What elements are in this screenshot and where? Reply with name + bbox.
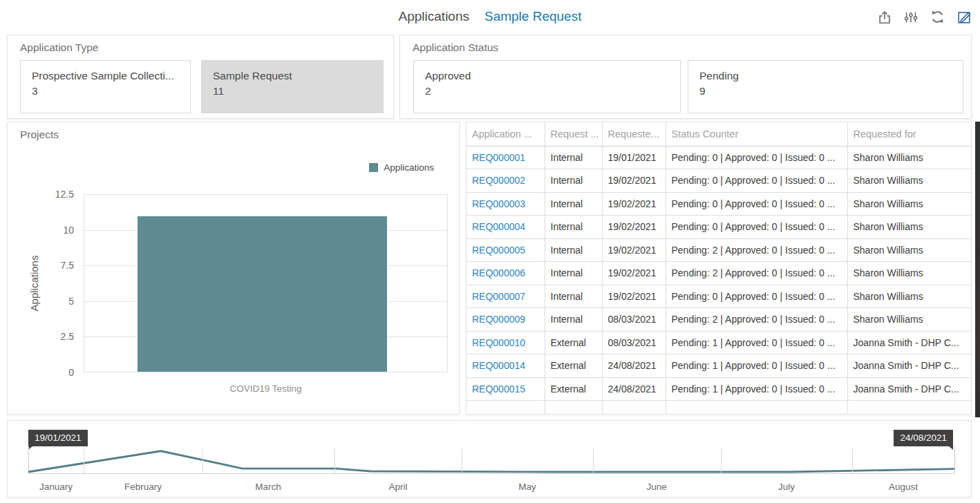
table-cell: Pending: 1 | Approved: 0 | Issued: 0 ... [666, 354, 847, 378]
table-filler-row [467, 401, 972, 415]
tile-label: Pending [699, 70, 952, 82]
timeline-sparkline [28, 443, 954, 473]
y-axis-tick-label: 5 [68, 296, 74, 307]
table-cell: Sharon Williams [847, 216, 972, 239]
table-cell: REQ000006 [467, 262, 545, 285]
application-id-link[interactable]: REQ000010 [472, 337, 525, 348]
timeline-track[interactable] [28, 443, 954, 474]
y-axis-tick-label: 10 [63, 225, 74, 236]
table-cell: Joanna Smith - DHP C... [847, 377, 972, 401]
projects-chart-card: Projects Applications Applications 12.51… [7, 122, 460, 415]
right-edge-scrollbar[interactable] [975, 122, 980, 417]
x-axis-category-label: COVID19 Testing [84, 383, 448, 394]
range-end-handle[interactable] [954, 446, 955, 473]
column-header[interactable]: Status Counter [666, 122, 847, 146]
application-status-tiles: Approved 2 Pending 9 [413, 60, 963, 113]
application-id-link[interactable]: REQ000001 [472, 152, 525, 163]
column-header[interactable]: Application ... [467, 122, 545, 146]
application-id-link[interactable]: REQ000014 [472, 360, 525, 371]
y-axis-tick-label: 0 [68, 367, 74, 378]
table-cell: Joanna Smith - DHP C... [847, 354, 972, 378]
month-label: January [39, 482, 73, 492]
dashboard: Applications Sample Request [0, 0, 980, 503]
export-icon[interactable] [877, 10, 892, 25]
filter-icon[interactable] [903, 10, 918, 25]
card-title: Projects [20, 129, 59, 141]
table-row: REQ000009Internal08/03/2021Pending: 2 | … [467, 308, 972, 332]
table-cell: REQ000002 [467, 169, 545, 193]
table-cell: Internal [545, 238, 602, 262]
month-label: April [389, 482, 408, 492]
refresh-icon[interactable] [930, 9, 945, 25]
tile-approved[interactable]: Approved 2 [413, 60, 681, 113]
application-id-link[interactable]: REQ000004 [472, 221, 525, 232]
table-cell: REQ000015 [467, 377, 545, 401]
application-status-card: Application Status Approved 2 Pending 9 [399, 35, 972, 119]
tile-label: Approved [425, 70, 669, 82]
card-title: Application Type [20, 41, 98, 54]
tile-count: 11 [213, 85, 372, 97]
table-cell: 19/02/2021 [602, 216, 666, 239]
bar-covid19-testing[interactable] [138, 216, 388, 372]
page-header: Applications Sample Request [0, 0, 980, 33]
month-label: May [518, 482, 536, 492]
table-row: REQ000006Internal19/02/2021Pending: 2 | … [467, 262, 972, 285]
column-header[interactable]: Requeste... [602, 122, 666, 146]
application-id-link[interactable]: REQ000015 [472, 383, 525, 395]
table-cell: Internal [545, 285, 602, 308]
table-row: REQ000005Internal19/02/2021Pending: 2 | … [467, 238, 972, 262]
month-label: February [124, 482, 162, 492]
column-header[interactable]: Requested for [847, 122, 972, 146]
card-title: Application Status [413, 41, 498, 54]
table-cell: Internal [545, 192, 602, 216]
table-cell: Joanna Smith - DHP C... [847, 331, 972, 354]
application-id-link[interactable]: REQ000002 [472, 175, 525, 186]
applications-table-card: Application ...Request ...Requeste...Sta… [466, 122, 972, 415]
tab-sample-request[interactable]: Sample Request [484, 9, 581, 24]
table-cell: Sharon Williams [847, 285, 972, 308]
table-cell: Pending: 1 | Approved: 0 | Issued: 0 ... [666, 331, 847, 354]
timeline-months: JanuaryFebruaryMarchAprilMayJuneJulyAugu… [28, 482, 954, 494]
table-cell: Sharon Williams [847, 146, 972, 169]
timeline-line [28, 451, 954, 472]
table-row: REQ000004Internal19/02/2021Pending: 0 | … [467, 216, 972, 239]
bar-chart-plot [84, 194, 448, 372]
table-row: REQ000014External24/08/2021Pending: 1 | … [467, 354, 972, 378]
application-id-link[interactable]: REQ000005 [472, 245, 525, 256]
table-cell: 19/02/2021 [602, 169, 666, 193]
table-cell: Pending: 0 | Approved: 0 | Issued: 0 ... [666, 146, 847, 169]
table-cell: Sharon Williams [847, 238, 972, 262]
table-cell: Internal [545, 216, 602, 239]
legend-swatch [369, 163, 378, 172]
edit-icon[interactable] [957, 10, 972, 25]
y-axis-title: Applications [28, 256, 40, 312]
tile-count: 3 [32, 85, 179, 97]
legend-item-applications[interactable]: Applications [369, 162, 434, 173]
table-cell: 19/02/2021 [602, 238, 666, 262]
table-cell: 19/01/2021 [602, 146, 666, 169]
table-cell: REQ000005 [467, 238, 545, 262]
month-tick [334, 448, 335, 473]
table-row: REQ000001Internal19/01/2021Pending: 0 | … [467, 146, 972, 169]
column-header[interactable]: Request ... [545, 122, 602, 146]
y-axis-tick-label: 2.5 [61, 331, 74, 342]
month-label: July [778, 482, 795, 492]
month-tick [462, 448, 462, 473]
table-cell: External [545, 331, 602, 354]
tile-prospective-sample-collection[interactable]: Prospective Sample Collecti... 3 [20, 60, 191, 113]
tile-sample-request[interactable]: Sample Request 11 [201, 60, 384, 113]
tile-count: 2 [425, 85, 669, 97]
application-type-card: Application Type Prospective Sample Coll… [7, 35, 394, 119]
application-id-link[interactable]: REQ000009 [472, 314, 525, 325]
application-id-link[interactable]: REQ000003 [472, 198, 525, 209]
toolbar [877, 9, 972, 25]
application-id-link[interactable]: REQ000006 [472, 267, 525, 278]
tile-pending[interactable]: Pending 9 [688, 60, 963, 113]
application-id-link[interactable]: REQ000007 [472, 291, 525, 302]
table-cell: REQ000007 [467, 285, 545, 308]
table-cell: Internal [545, 169, 602, 193]
legend-label: Applications [384, 162, 434, 173]
table-cell: 24/08/2021 [602, 377, 666, 401]
table-cell: Pending: 0 | Approved: 0 | Issued: 0 ... [666, 216, 847, 239]
tab-applications[interactable]: Applications [399, 9, 469, 24]
